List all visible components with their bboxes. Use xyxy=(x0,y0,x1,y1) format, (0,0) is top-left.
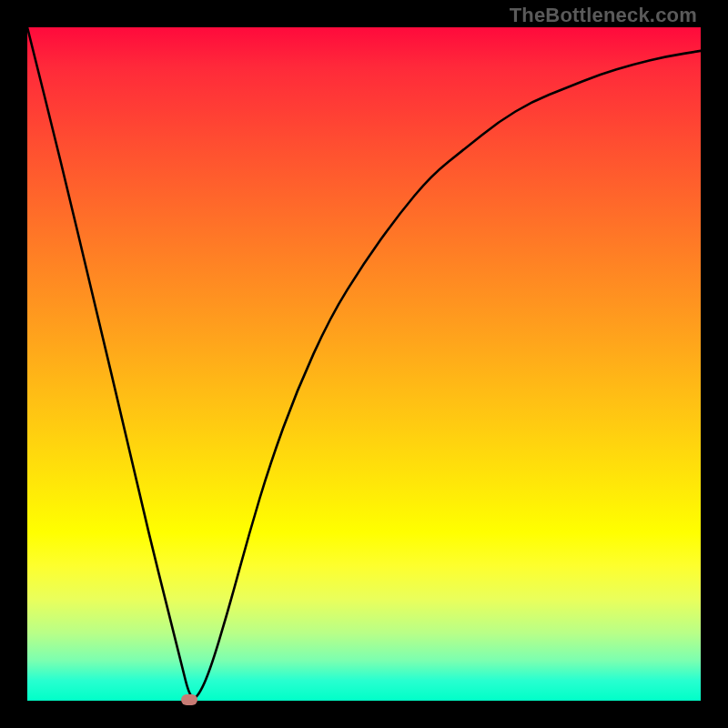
attribution-label: TheBottleneck.com xyxy=(510,4,697,27)
chart-frame: TheBottleneck.com xyxy=(0,0,728,728)
curve-minimum-marker xyxy=(181,694,197,705)
bottleneck-curve xyxy=(27,27,701,701)
plot-area xyxy=(27,27,701,701)
